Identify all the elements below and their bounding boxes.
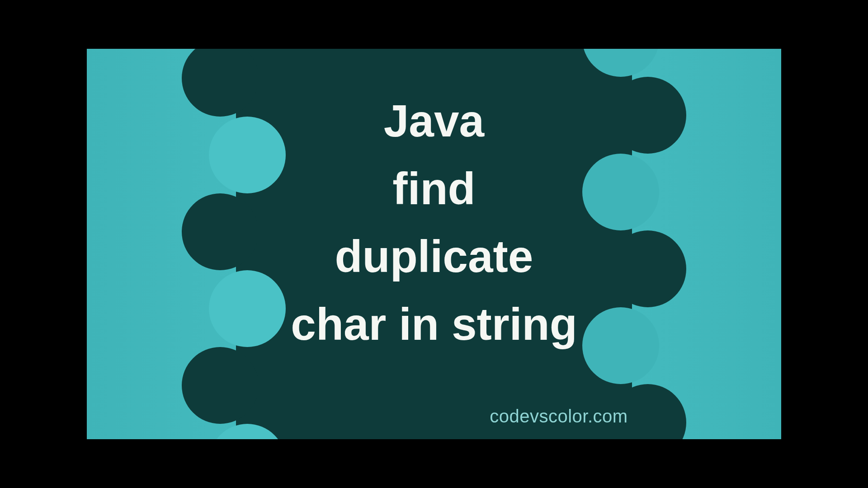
blob-bump xyxy=(609,230,686,307)
blob-bump xyxy=(182,347,259,424)
blob-bump xyxy=(182,193,259,270)
watermark-text: codevscolor.com xyxy=(490,406,627,427)
blob-inset xyxy=(209,270,286,347)
title-line: Java xyxy=(291,87,577,155)
thumbnail-canvas: Java find duplicate char in string codev… xyxy=(87,49,781,439)
blob-inset xyxy=(582,307,659,384)
blob-inset xyxy=(582,154,659,230)
blob-inset xyxy=(209,117,286,193)
title-line: find xyxy=(291,155,577,222)
title-line: char in string xyxy=(291,290,577,358)
blob-bump xyxy=(609,77,686,154)
title-text: Java find duplicate char in string xyxy=(291,87,577,358)
title-line: duplicate xyxy=(291,222,577,290)
